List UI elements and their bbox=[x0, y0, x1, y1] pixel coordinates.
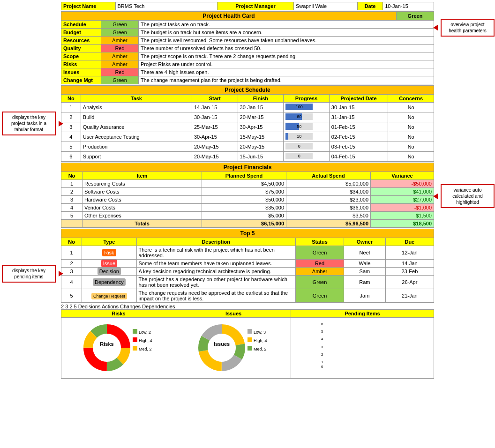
table-row: 1 Analysis 14-Jan-15 30-Jan-15 100 30-Ja… bbox=[61, 103, 434, 112]
table-row: 1 Risk There is a technical risk with th… bbox=[61, 246, 434, 260]
pending-annotation: displays the key pending items bbox=[2, 265, 56, 283]
health-changemgt-status: Green bbox=[101, 76, 139, 84]
svg-text:5: 5 bbox=[321, 329, 323, 334]
svg-rect-6 bbox=[133, 337, 137, 342]
table-row: 5 Production 20-May-15 20-May-15 0 03-Fe… bbox=[61, 142, 434, 152]
bottom-risks-header: Risks bbox=[61, 310, 176, 318]
fin-col-variance: Variance bbox=[371, 172, 434, 180]
schedule-title: Project Schedule bbox=[61, 86, 434, 95]
health-scope-status: Amber bbox=[101, 52, 139, 60]
table-row: 6 Support 20-May-15 15-Jun-15 0 04-Feb-1… bbox=[61, 152, 434, 162]
health-overall-status: Green bbox=[397, 12, 434, 21]
health-scope-label: Scope bbox=[61, 52, 101, 60]
fin-col-actual: Actual Spend bbox=[286, 172, 371, 180]
health-risks-label: Risks bbox=[61, 60, 101, 68]
health-issues-status: Red bbox=[101, 68, 139, 76]
health-issues-desc: There are 4 high issues open. bbox=[139, 68, 434, 76]
health-resources-label: Resources bbox=[61, 37, 101, 45]
health-resources-status: Amber bbox=[101, 37, 139, 45]
health-annotation: overview project health parameters bbox=[441, 19, 495, 37]
health-risks-status: Amber bbox=[101, 60, 139, 68]
health-quality-label: Quality bbox=[61, 45, 101, 52]
health-resources-desc: The project is well resourced. Some reso… bbox=[139, 37, 434, 45]
svg-text:4: 4 bbox=[321, 337, 323, 341]
project-name-value: BRMS Tech bbox=[115, 2, 217, 10]
svg-text:Med, 2: Med, 2 bbox=[139, 347, 152, 351]
health-budget-desc: The budget is on track but some items ar… bbox=[139, 29, 434, 37]
schedule-annotation: displays the key project tasks in a tabu… bbox=[2, 112, 56, 135]
fin-col-item: Item bbox=[82, 172, 202, 180]
variance-annotation: variance auto calculated and highlighted bbox=[441, 184, 495, 208]
svg-text:6: 6 bbox=[321, 322, 323, 326]
health-risks-desc: Project Risks are under control. bbox=[139, 60, 434, 68]
health-changemgt-label: Change Mgt bbox=[61, 76, 101, 84]
top5-col-owner: Owner bbox=[344, 238, 386, 246]
svg-text:0: 0 bbox=[321, 365, 323, 369]
health-budget-label: Budget bbox=[61, 29, 101, 37]
schedule-col-progress: Progress bbox=[284, 95, 330, 103]
project-manager-value: Swapnil Wale bbox=[293, 2, 357, 10]
svg-text:High, 4: High, 4 bbox=[139, 338, 152, 343]
table-row: 3 Decision A key decision regadring tech… bbox=[61, 268, 434, 276]
financials-title: Project Financials bbox=[61, 163, 434, 172]
svg-rect-16 bbox=[248, 337, 252, 342]
svg-text:Issues: Issues bbox=[214, 341, 230, 347]
svg-text:Risks: Risks bbox=[100, 341, 113, 347]
svg-text:2: 2 bbox=[321, 352, 323, 357]
top5-col-type: Type bbox=[82, 238, 136, 246]
health-schedule-label: Schedule bbox=[61, 21, 101, 29]
health-schedule-status: Green bbox=[101, 21, 139, 29]
table-row: 4 Vendor Costs $35,000 $36,000 -$1,000 bbox=[61, 204, 434, 212]
bottom-pending-header: Pending Items bbox=[291, 310, 434, 318]
top5-col-desc: Description bbox=[136, 238, 295, 246]
pending-chart: 6 5 4 3 2 1 0 bbox=[315, 320, 409, 376]
health-scope-desc: The project scope is on track. There are… bbox=[139, 52, 434, 60]
table-row: 5 Change Request The change requests nee… bbox=[61, 289, 434, 303]
table-row: 4 User Acceptance Testing 30-Apr-15 15-M… bbox=[61, 132, 434, 142]
type-badge-issue: Issue bbox=[101, 260, 117, 267]
type-badge-dependency: Dependency bbox=[93, 278, 126, 286]
financials-totals: Totals $6,15,000 $5,96,500 $18,500 bbox=[61, 220, 434, 228]
fin-col-planned: Planned Spend bbox=[202, 172, 286, 180]
date-value: 10-Jan-15 bbox=[383, 2, 434, 10]
risks-chart: Risks Low, 2 High, 4 Med, 2 bbox=[72, 320, 165, 376]
svg-rect-4 bbox=[133, 329, 137, 334]
svg-text:High, 4: High, 4 bbox=[254, 338, 267, 343]
bottom-issues-header: Issues bbox=[176, 310, 291, 318]
type-badge-change: Change Request bbox=[91, 293, 127, 299]
schedule-col-finish: Finish bbox=[238, 95, 284, 103]
schedule-col-concerns: Concerns bbox=[388, 95, 434, 103]
table-row: 1 Resourcing Costs $4,50,000 $5,00,000 -… bbox=[61, 180, 434, 188]
schedule-col-projected: Projected Date bbox=[329, 95, 388, 103]
schedule-col-start: Start bbox=[192, 95, 238, 103]
top5-col-due: Due bbox=[385, 238, 434, 246]
svg-text:Low, 3: Low, 3 bbox=[254, 330, 266, 335]
project-name-label: Project Name bbox=[61, 2, 116, 10]
table-row: 3 Quality Assurance 25-Mar-15 30-Apr-15 … bbox=[61, 122, 434, 132]
svg-text:1: 1 bbox=[321, 360, 323, 364]
table-row: 5 Other Expenses $5,000 $3,500 $1,500 bbox=[61, 212, 434, 220]
svg-text:3: 3 bbox=[321, 345, 323, 349]
health-quality-status: Red bbox=[101, 45, 139, 52]
project-manager-label: Project Manager bbox=[217, 2, 293, 10]
table-row: 2 Issue Some of the team members have ta… bbox=[61, 260, 434, 268]
issues-chart: Issues Low, 3 High, 4 Med, 2 bbox=[187, 320, 280, 376]
health-schedule-desc: The project tasks are on track. bbox=[139, 21, 434, 29]
health-changemgt-desc: The change management plan for the proje… bbox=[139, 76, 434, 84]
schedule-col-task: Task bbox=[81, 95, 192, 103]
schedule-col-no: No bbox=[61, 95, 81, 103]
health-quality-desc: There number of unresolved defects has c… bbox=[139, 45, 434, 52]
svg-rect-8 bbox=[133, 346, 137, 351]
svg-text:Low, 2: Low, 2 bbox=[139, 330, 151, 335]
type-badge-risk: Risk bbox=[102, 249, 116, 256]
date-label: Date bbox=[357, 2, 382, 10]
svg-rect-14 bbox=[248, 329, 252, 334]
table-row: 2 Software Costs $75,000 $34,000 $41,000 bbox=[61, 188, 434, 196]
health-budget-status: Green bbox=[101, 29, 139, 37]
svg-text:Med, 2: Med, 2 bbox=[254, 347, 267, 351]
fin-col-no: No bbox=[61, 172, 82, 180]
health-issues-label: Issues bbox=[61, 68, 101, 76]
table-row: 2 Build 30-Jan-15 20-Mar-15 60 31-Jan-15… bbox=[61, 112, 434, 122]
top5-title: Top 5 bbox=[61, 229, 434, 238]
top5-col-no: No bbox=[61, 238, 82, 246]
